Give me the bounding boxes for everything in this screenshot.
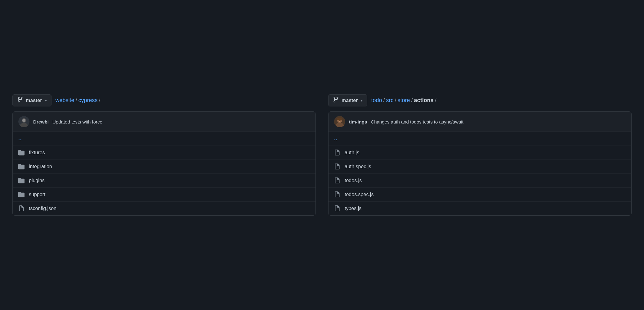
right-sep-1: / bbox=[383, 97, 385, 104]
folder-icon-integration bbox=[18, 164, 25, 170]
left-item-integration-name: integration bbox=[29, 164, 52, 169]
right-item-todos-js[interactable]: todos.js bbox=[329, 174, 631, 188]
left-item-fixtures-name: fixtures bbox=[29, 150, 45, 155]
folder-icon-plugins bbox=[18, 177, 25, 184]
right-breadcrumb-actions: actions bbox=[414, 97, 434, 104]
right-panel-header: master ▾ todo / src / store / actions / bbox=[328, 94, 632, 106]
file-icon-todos-spec-js bbox=[334, 191, 340, 198]
right-item-todos-js-name: todos.js bbox=[345, 178, 362, 183]
left-item-support-name: support bbox=[29, 192, 45, 197]
folder-icon-support bbox=[18, 191, 25, 198]
left-item-plugins-name: plugins bbox=[29, 178, 45, 183]
left-sep-2: / bbox=[99, 97, 101, 104]
file-icon-auth-spec-js bbox=[334, 164, 340, 170]
right-breadcrumb-todo[interactable]: todo bbox=[371, 97, 382, 104]
right-panel: master ▾ todo / src / store / actions / bbox=[328, 94, 632, 216]
right-breadcrumb: todo / src / store / actions / bbox=[371, 97, 436, 104]
right-item-todos-spec-js[interactable]: todos.spec.js bbox=[329, 188, 631, 202]
left-commit-row: Drewbi Updated tests with force bbox=[13, 112, 315, 132]
right-branch-chevron: ▾ bbox=[361, 98, 363, 103]
folder-icon-fixtures bbox=[18, 150, 25, 156]
left-branch-chevron: ▾ bbox=[45, 98, 47, 103]
file-icon-todos-js bbox=[334, 177, 340, 184]
file-icon-tsconfig bbox=[18, 205, 25, 212]
left-sep-1: / bbox=[76, 97, 77, 104]
right-git-icon bbox=[333, 97, 339, 104]
svg-point-8 bbox=[337, 118, 342, 121]
left-branch-button[interactable]: master ▾ bbox=[12, 94, 51, 106]
right-avatar bbox=[334, 116, 345, 127]
right-item-auth-js[interactable]: auth.js bbox=[329, 146, 631, 160]
right-commit-message: Changes auth and todos tests to async/aw… bbox=[371, 119, 463, 124]
left-file-browser: Drewbi Updated tests with force .. fixtu… bbox=[12, 111, 316, 216]
left-breadcrumb-website[interactable]: website bbox=[55, 97, 74, 104]
svg-point-3 bbox=[22, 119, 25, 122]
right-branch-button[interactable]: master ▾ bbox=[328, 94, 367, 106]
right-sep-4: / bbox=[435, 97, 436, 104]
left-item-integration[interactable]: integration bbox=[13, 160, 315, 174]
left-item-fixtures[interactable]: fixtures bbox=[13, 146, 315, 160]
left-git-icon bbox=[17, 97, 23, 104]
right-commit-author: tim-ings bbox=[349, 119, 367, 124]
right-item-auth-spec-js[interactable]: auth.spec.js bbox=[329, 160, 631, 174]
left-breadcrumb: website / cypress / bbox=[55, 97, 100, 104]
left-panel-header: master ▾ website / cypress / bbox=[12, 94, 316, 106]
right-item-types-js-name: types.js bbox=[345, 206, 361, 211]
right-sep-3: / bbox=[411, 97, 413, 104]
right-item-types-js[interactable]: types.js bbox=[329, 202, 631, 215]
right-commit-row: tim-ings Changes auth and todos tests to… bbox=[329, 112, 631, 132]
left-avatar bbox=[18, 116, 29, 127]
left-item-tsconfig[interactable]: tsconfig.json bbox=[13, 202, 315, 215]
left-parent-dir[interactable]: .. bbox=[13, 132, 315, 146]
file-icon-auth-js bbox=[334, 150, 340, 156]
left-commit-author: Drewbi bbox=[33, 119, 49, 124]
left-item-support[interactable]: support bbox=[13, 188, 315, 202]
main-container: master ▾ website / cypress / bbox=[12, 94, 632, 216]
right-item-todos-spec-js-name: todos.spec.js bbox=[345, 192, 373, 197]
right-sep-2: / bbox=[395, 97, 396, 104]
left-item-tsconfig-name: tsconfig.json bbox=[29, 206, 56, 211]
left-commit-message: Updated tests with force bbox=[52, 119, 102, 124]
right-parent-dir[interactable]: .. bbox=[329, 132, 631, 146]
right-branch-name: master bbox=[342, 98, 358, 103]
right-file-browser: tim-ings Changes auth and todos tests to… bbox=[328, 111, 632, 216]
right-breadcrumb-src[interactable]: src bbox=[386, 97, 394, 104]
left-branch-name: master bbox=[26, 98, 42, 103]
left-panel: master ▾ website / cypress / bbox=[12, 94, 316, 216]
left-item-plugins[interactable]: plugins bbox=[13, 174, 315, 188]
right-item-auth-js-name: auth.js bbox=[345, 150, 359, 155]
right-item-auth-spec-js-name: auth.spec.js bbox=[345, 164, 371, 169]
left-breadcrumb-cypress[interactable]: cypress bbox=[78, 97, 98, 104]
file-icon-types-js bbox=[334, 205, 340, 212]
right-breadcrumb-store[interactable]: store bbox=[398, 97, 410, 104]
